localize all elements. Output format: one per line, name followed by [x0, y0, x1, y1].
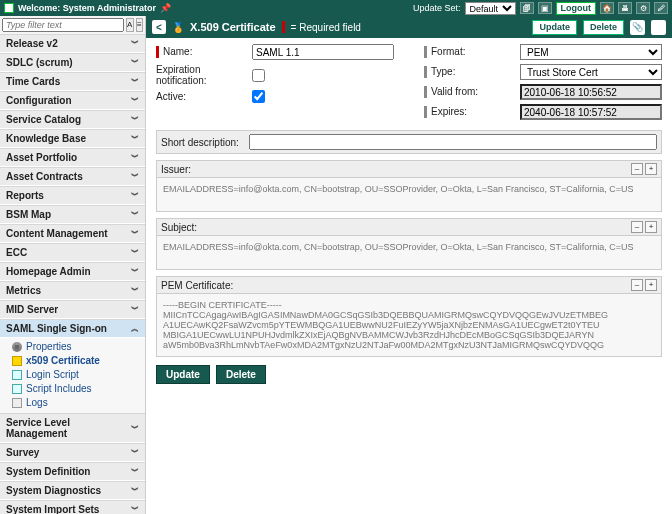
type-select[interactable]: Trust Store Cert — [520, 64, 662, 80]
expires-label: Expires: — [424, 106, 514, 118]
nav-group[interactable]: Configuration︾ — [0, 91, 145, 110]
nav-group[interactable]: Homepage Admin︾ — [0, 262, 145, 281]
chevron-up-icon: ︽ — [131, 323, 139, 334]
format-select[interactable]: PEM — [520, 44, 662, 60]
filter-expand-icon[interactable]: ≡ — [136, 18, 144, 32]
update-button[interactable]: Update — [156, 365, 210, 384]
nav-group-label: MID Server — [6, 304, 58, 315]
nav-group-label: Service Level Management — [6, 417, 131, 439]
nav-subitem[interactable]: x509 Certificate — [12, 354, 141, 367]
debug-icon[interactable]: ⚙ — [636, 2, 650, 14]
chevron-down-icon: ︾ — [131, 423, 139, 434]
nav-subitem[interactable]: Properties — [12, 340, 141, 353]
nav-group[interactable]: Release v2︾ — [0, 34, 145, 53]
chevron-down-icon: ︾ — [131, 447, 139, 458]
back-button[interactable]: < — [152, 20, 166, 34]
chevron-down-icon: ︾ — [131, 171, 139, 182]
header-menu-icon[interactable]: ▾ — [651, 20, 666, 35]
nav-group-label: Reports — [6, 190, 44, 201]
nav-group[interactable]: Asset Portfolio︾ — [0, 148, 145, 167]
welcome-text: Welcome: System Administrator — [18, 3, 156, 13]
nav-group[interactable]: Reports︾ — [0, 186, 145, 205]
nav-sidebar: A ≡ Release v2︾SDLC (scrum)︾Time Cards︾C… — [0, 16, 146, 514]
header-update-button[interactable]: Update — [532, 20, 577, 35]
nav-group-label: SDLC (scrum) — [6, 57, 73, 68]
subject-label: Subject: — [161, 222, 197, 233]
nav-group[interactable]: Service Catalog︾ — [0, 110, 145, 129]
required-text: = Required field — [291, 22, 361, 33]
nav-group[interactable]: Asset Contracts︾ — [0, 167, 145, 186]
form-title: X.509 Certificate — [190, 21, 276, 33]
chevron-down-icon: ︾ — [131, 304, 139, 315]
pem-text[interactable]: -----BEGIN CERTIFICATE----- MIICnTCCAgag… — [156, 294, 662, 357]
type-label: Type: — [424, 66, 514, 78]
nav-subitem[interactable]: Logs — [12, 396, 141, 409]
update-set-label: Update Set: — [413, 3, 461, 13]
issuer-collapse-icon[interactable]: – — [631, 163, 643, 175]
nav-group[interactable]: System Definition︾ — [0, 462, 145, 481]
name-input[interactable] — [252, 44, 394, 60]
print-icon[interactable]: 🖶 — [618, 2, 632, 14]
exp-notify-checkbox[interactable] — [252, 69, 265, 82]
chevron-down-icon: ︾ — [131, 228, 139, 239]
home-icon[interactable]: 🏠 — [600, 2, 614, 14]
chevron-down-icon: ︾ — [131, 190, 139, 201]
help-icon[interactable]: 🖉 — [654, 2, 668, 14]
nav-subitem-label: Properties — [26, 341, 72, 352]
subject-expand-icon[interactable]: + — [645, 221, 657, 233]
chevron-down-icon: ︾ — [131, 57, 139, 68]
chevron-down-icon: ︾ — [131, 152, 139, 163]
valid-from-label: Valid from: — [424, 86, 514, 98]
nav-group-label: BSM Map — [6, 209, 51, 220]
nav-group-label: System Import Sets — [6, 504, 99, 514]
cert-icon — [12, 356, 22, 366]
filter-clear-icon[interactable]: A — [126, 18, 134, 32]
nav-group[interactable]: System Import Sets︾ — [0, 500, 145, 514]
form-header: < 🏅 X.509 Certificate = Required field U… — [146, 16, 672, 38]
log-icon — [12, 398, 22, 408]
nav-group-label: Asset Portfolio — [6, 152, 77, 163]
nav-group[interactable]: Metrics︾ — [0, 281, 145, 300]
name-label: Name: — [156, 46, 246, 58]
nav-group[interactable]: Content Management︾ — [0, 224, 145, 243]
short-desc-row: Short description: — [156, 130, 662, 154]
header-delete-button[interactable]: Delete — [583, 20, 624, 35]
pem-expand-icon[interactable]: + — [645, 279, 657, 291]
nav-group[interactable]: MID Server︾ — [0, 300, 145, 319]
nav-group-label: Service Catalog — [6, 114, 81, 125]
nav-group[interactable]: Time Cards︾ — [0, 72, 145, 91]
nav-group[interactable]: Survey︾ — [0, 443, 145, 462]
issuer-text[interactable]: EMAILADDRESS=info@okta.com, CN=bootstrap… — [156, 178, 662, 212]
nav-subitem-label: x509 Certificate — [26, 355, 100, 366]
nav-group[interactable]: SDLC (scrum)︾ — [0, 53, 145, 72]
subject-text[interactable]: EMAILADDRESS=info@okta.com, CN=bootstrap… — [156, 236, 662, 270]
delete-button[interactable]: Delete — [216, 365, 266, 384]
logout-button[interactable]: Logout — [556, 2, 597, 15]
nav-group[interactable]: ECC︾ — [0, 243, 145, 262]
nav-subitem[interactable]: Script Includes — [12, 382, 141, 395]
nav-group-label: Homepage Admin — [6, 266, 91, 277]
issuer-expand-icon[interactable]: + — [645, 163, 657, 175]
pem-collapse-icon[interactable]: – — [631, 279, 643, 291]
subject-collapse-icon[interactable]: – — [631, 221, 643, 233]
nav-group[interactable]: BSM Map︾ — [0, 205, 145, 224]
nav-subitem[interactable]: Login Script — [12, 368, 141, 381]
expires-input — [520, 104, 662, 120]
update-set-select[interactable]: Default — [465, 2, 516, 15]
left-col: Name: Expiration notification: Active: — [156, 44, 394, 124]
view-set-icon[interactable]: 🗐 — [520, 2, 534, 14]
required-marker — [282, 21, 285, 33]
nav-group[interactable]: SAML Single Sign-on︽ — [0, 319, 145, 338]
nav-group[interactable]: Service Level Management︾ — [0, 413, 145, 443]
nav-group-label: Survey — [6, 447, 39, 458]
active-checkbox[interactable] — [252, 90, 265, 103]
filter-input[interactable] — [2, 18, 124, 32]
header-attach-icon[interactable]: 📎 — [630, 20, 645, 35]
short-desc-input[interactable] — [249, 134, 657, 150]
nav-group[interactable]: Knowledge Base︾ — [0, 129, 145, 148]
issuer-label: Issuer: — [161, 164, 191, 175]
nav-subitem-label: Login Script — [26, 369, 79, 380]
chevron-down-icon: ︾ — [131, 95, 139, 106]
settings-icon[interactable]: ▣ — [538, 2, 552, 14]
nav-group[interactable]: System Diagnostics︾ — [0, 481, 145, 500]
